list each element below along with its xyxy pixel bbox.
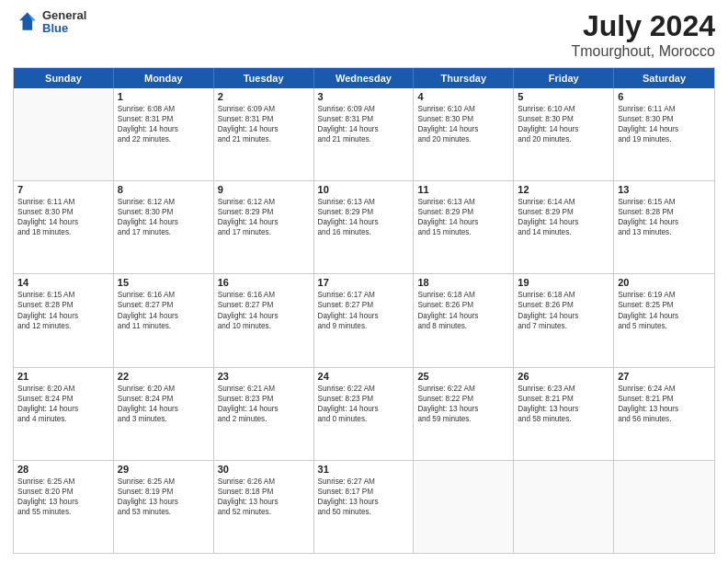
cell-data-line: and 16 minutes. (318, 227, 410, 237)
cell-data-line: and 50 minutes. (318, 507, 410, 517)
calendar-cell: 7Sunrise: 6:11 AMSunset: 8:30 PMDaylight… (14, 181, 114, 273)
calendar-cell: 24Sunrise: 6:22 AMSunset: 8:23 PMDayligh… (314, 368, 415, 460)
cell-data-line: Sunset: 8:23 PM (218, 394, 310, 404)
calendar-cell (614, 461, 714, 553)
cell-data-line: and 53 minutes. (118, 507, 210, 517)
calendar-cell (414, 461, 514, 553)
calendar-cell: 30Sunrise: 6:26 AMSunset: 8:18 PMDayligh… (214, 461, 314, 553)
cell-data-line: Sunrise: 6:24 AM (618, 384, 711, 394)
cell-data-line: Daylight: 14 hours (417, 311, 509, 321)
cell-data-line: Sunrise: 6:15 AM (17, 290, 109, 300)
cell-data-line: and 19 minutes. (618, 134, 711, 144)
cell-data-line: Daylight: 13 hours (17, 497, 109, 507)
calendar-cell: 10Sunrise: 6:13 AMSunset: 8:29 PMDayligh… (314, 181, 415, 273)
cell-data-line: Sunset: 8:17 PM (318, 487, 410, 497)
calendar-cell: 15Sunrise: 6:16 AMSunset: 8:27 PMDayligh… (114, 274, 214, 366)
day-number: 31 (318, 464, 410, 475)
cell-data-line: Daylight: 14 hours (17, 311, 109, 321)
cell-data-line: Sunset: 8:29 PM (318, 207, 410, 217)
calendar-cell: 11Sunrise: 6:13 AMSunset: 8:29 PMDayligh… (414, 181, 514, 273)
cell-data-line: Daylight: 14 hours (218, 311, 310, 321)
day-number: 17 (318, 277, 410, 288)
calendar-week: 7Sunrise: 6:11 AMSunset: 8:30 PMDaylight… (14, 181, 714, 274)
day-number: 7 (17, 184, 109, 195)
cell-data-line: Daylight: 14 hours (118, 311, 210, 321)
cell-data-line: Sunset: 8:28 PM (618, 207, 711, 217)
calendar-cell: 9Sunrise: 6:12 AMSunset: 8:29 PMDaylight… (214, 181, 314, 273)
calendar-cell: 21Sunrise: 6:20 AMSunset: 8:24 PMDayligh… (14, 368, 114, 460)
cell-data-line: Sunrise: 6:13 AM (417, 197, 509, 207)
cell-data-line: and 56 minutes. (618, 414, 711, 424)
day-number: 19 (518, 277, 609, 288)
cell-data-line: Sunrise: 6:20 AM (17, 384, 109, 394)
calendar-cell: 13Sunrise: 6:15 AMSunset: 8:28 PMDayligh… (614, 181, 714, 273)
cell-data-line: and 12 minutes. (17, 321, 109, 331)
svg-marker-0 (19, 13, 36, 30)
cell-data-line: and 13 minutes. (618, 227, 711, 237)
calendar-cell: 12Sunrise: 6:14 AMSunset: 8:29 PMDayligh… (514, 181, 614, 273)
subtitle: Tmourghout, Morocco (571, 43, 715, 60)
cell-data-line: Sunrise: 6:18 AM (518, 290, 609, 300)
calendar-cell: 28Sunrise: 6:25 AMSunset: 8:20 PMDayligh… (14, 461, 114, 553)
cell-data-line: Sunset: 8:24 PM (118, 394, 210, 404)
cell-data-line: and 15 minutes. (417, 227, 509, 237)
cell-data-line: Daylight: 14 hours (518, 217, 609, 227)
calendar-header-row: SundayMondayTuesdayWednesdayThursdayFrid… (14, 68, 714, 88)
header: General Blue July 2024 Tmourghout, Moroc… (13, 9, 715, 60)
cell-data-line: and 5 minutes. (618, 321, 711, 331)
cell-data-line: Sunset: 8:27 PM (318, 300, 410, 310)
calendar: SundayMondayTuesdayWednesdayThursdayFrid… (13, 67, 715, 554)
cell-data-line: Sunset: 8:30 PM (618, 114, 711, 124)
cell-data-line: Daylight: 13 hours (417, 404, 509, 414)
logo: General Blue (13, 9, 86, 36)
calendar-cell: 14Sunrise: 6:15 AMSunset: 8:28 PMDayligh… (14, 274, 114, 366)
cell-data-line: Sunrise: 6:08 AM (118, 104, 210, 114)
cell-data-line: Sunset: 8:21 PM (518, 394, 609, 404)
day-number: 1 (118, 91, 210, 102)
calendar-week: 21Sunrise: 6:20 AMSunset: 8:24 PMDayligh… (14, 368, 714, 461)
day-number: 28 (17, 464, 109, 475)
day-number: 4 (417, 91, 509, 102)
cell-data-line: Sunrise: 6:12 AM (218, 197, 310, 207)
cell-data-line: Daylight: 14 hours (17, 217, 109, 227)
cell-data-line: Sunset: 8:19 PM (118, 487, 210, 497)
cell-data-line: Daylight: 14 hours (417, 124, 509, 134)
cell-data-line: Sunset: 8:29 PM (218, 207, 310, 217)
cell-data-line: Daylight: 14 hours (618, 217, 711, 227)
cell-data-line: and 7 minutes. (518, 321, 609, 331)
calendar-cell: 6Sunrise: 6:11 AMSunset: 8:30 PMDaylight… (614, 88, 714, 180)
calendar-cell: 5Sunrise: 6:10 AMSunset: 8:30 PMDaylight… (514, 88, 614, 180)
day-number: 14 (17, 277, 109, 288)
day-number: 30 (218, 464, 310, 475)
calendar-cell: 2Sunrise: 6:09 AMSunset: 8:31 PMDaylight… (214, 88, 314, 180)
cell-data-line: Sunrise: 6:10 AM (417, 104, 509, 114)
cal-header-cell: Sunday (14, 68, 114, 88)
cell-data-line: Sunset: 8:26 PM (417, 300, 509, 310)
day-number: 29 (118, 464, 210, 475)
cell-data-line: Daylight: 14 hours (218, 124, 310, 134)
cell-data-line: Sunset: 8:24 PM (17, 394, 109, 404)
day-number: 18 (417, 277, 509, 288)
cell-data-line: Sunrise: 6:11 AM (618, 104, 711, 114)
calendar-cell: 4Sunrise: 6:10 AMSunset: 8:30 PMDaylight… (414, 88, 514, 180)
day-number: 9 (218, 184, 310, 195)
cell-data-line: Sunrise: 6:13 AM (318, 197, 410, 207)
cal-header-cell: Thursday (414, 68, 514, 88)
cell-data-line: Sunset: 8:20 PM (17, 487, 109, 497)
calendar-cell: 8Sunrise: 6:12 AMSunset: 8:30 PMDaylight… (114, 181, 214, 273)
cell-data-line: and 9 minutes. (318, 321, 410, 331)
cell-data-line: Sunrise: 6:27 AM (318, 477, 410, 487)
calendar-cell: 23Sunrise: 6:21 AMSunset: 8:23 PMDayligh… (214, 368, 314, 460)
logo-text: General Blue (42, 9, 86, 36)
cell-data-line: Daylight: 13 hours (618, 404, 711, 414)
cell-data-line: Daylight: 14 hours (118, 124, 210, 134)
cell-data-line: Sunset: 8:30 PM (17, 207, 109, 217)
cell-data-line: Daylight: 14 hours (318, 311, 410, 321)
cell-data-line: and 20 minutes. (417, 134, 509, 144)
calendar-cell: 20Sunrise: 6:19 AMSunset: 8:25 PMDayligh… (614, 274, 714, 366)
cal-header-cell: Saturday (614, 68, 714, 88)
cell-data-line: Sunrise: 6:10 AM (518, 104, 609, 114)
cell-data-line: Sunset: 8:31 PM (218, 114, 310, 124)
day-number: 10 (318, 184, 410, 195)
day-number: 25 (417, 371, 509, 382)
